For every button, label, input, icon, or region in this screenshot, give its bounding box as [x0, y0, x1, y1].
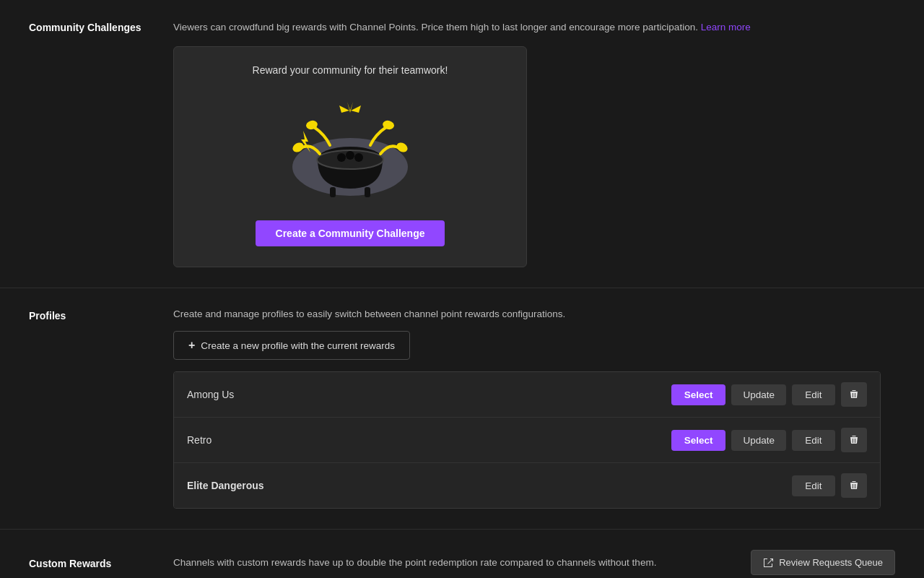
custom-rewards-section: Custom Rewards Channels with custom rewa… — [0, 530, 924, 578]
delete-button-among-us[interactable] — [841, 382, 867, 407]
profiles-section: Profiles Create and manage profiles to e… — [0, 288, 924, 530]
create-profile-button[interactable]: + Create a new profile with the current … — [173, 331, 410, 360]
community-challenges-content: Viewers can crowdfund big rewards with C… — [173, 20, 895, 267]
custom-rewards-label: Custom Rewards — [29, 556, 173, 569]
profile-actions: Select Update Edit — [671, 382, 867, 407]
profile-row: Elite Dangerous Edit — [174, 463, 880, 508]
plus-icon: + — [188, 339, 195, 352]
edit-button-elite[interactable]: Edit — [792, 475, 835, 496]
svg-marker-9 — [347, 102, 353, 113]
profile-name: Elite Dangerous — [187, 480, 264, 491]
select-button-retro[interactable]: Select — [671, 430, 726, 451]
delete-button-retro[interactable] — [841, 428, 867, 452]
update-button-among-us[interactable]: Update — [731, 384, 786, 405]
delete-button-elite[interactable] — [841, 473, 867, 498]
profiles-label: Profiles — [29, 309, 173, 509]
custom-rewards-content: Channels with custom rewards have up to … — [173, 556, 751, 570]
external-link-icon — [763, 558, 773, 568]
community-challenges-description: Viewers can crowdfund big rewards with C… — [173, 20, 895, 35]
profiles-description: Create and manage profiles to easily swi… — [173, 309, 895, 319]
profile-row: Among Us Select Update Edit — [174, 372, 880, 418]
trash-icon — [848, 434, 860, 446]
update-button-retro[interactable]: Update — [731, 430, 786, 451]
review-requests-queue-button[interactable]: Review Requests Queue — [751, 550, 895, 575]
edit-button-retro[interactable]: Edit — [792, 430, 835, 451]
profile-name: Among Us — [187, 389, 234, 400]
svg-point-6 — [346, 151, 354, 160]
edit-button-among-us[interactable]: Edit — [792, 384, 835, 405]
create-challenge-button[interactable]: Create a Community Challenge — [256, 220, 445, 246]
custom-rewards-description: Channels with custom rewards have up to … — [173, 557, 656, 568]
profile-actions: Edit — [792, 473, 867, 498]
trash-icon — [848, 480, 860, 491]
profiles-content: Create and manage profiles to easily swi… — [173, 309, 895, 509]
trash-icon — [848, 389, 860, 400]
profile-list: Among Us Select Update Edit Ret — [173, 371, 881, 509]
select-button-among-us[interactable]: Select — [671, 384, 726, 405]
community-challenges-label: Community Challenges — [29, 20, 173, 267]
svg-point-7 — [354, 153, 363, 162]
svg-rect-4 — [365, 187, 370, 197]
profile-name: Retro — [187, 434, 212, 446]
svg-marker-11 — [351, 105, 361, 113]
svg-marker-10 — [339, 105, 349, 113]
learn-more-link[interactable]: Learn more — [701, 22, 751, 33]
page-container: Community Challenges Viewers can crowdfu… — [0, 0, 924, 578]
review-requests-label: Review Requests Queue — [779, 557, 883, 568]
profile-row: Retro Select Update Edit — [174, 418, 880, 463]
svg-point-5 — [337, 153, 346, 162]
challenge-card-title: Reward your community for their teamwork… — [253, 64, 448, 76]
cauldron-illustration — [278, 87, 422, 203]
create-profile-label: Create a new profile with the current re… — [201, 340, 395, 351]
svg-rect-3 — [330, 187, 336, 197]
profile-actions: Select Update Edit — [671, 428, 867, 452]
community-challenges-section: Community Challenges Viewers can crowdfu… — [0, 0, 924, 288]
challenge-card: Reward your community for their teamwork… — [173, 46, 527, 267]
